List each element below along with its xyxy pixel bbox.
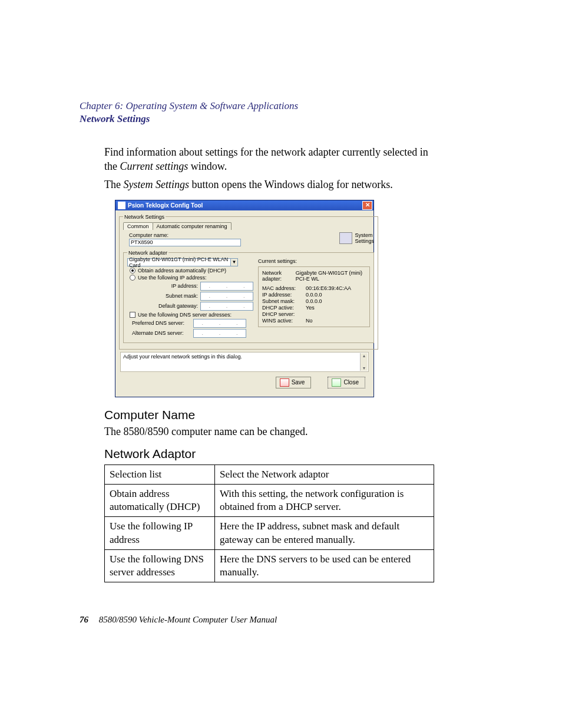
network-settings-group: Network Settings Common Automatic comput… xyxy=(119,214,378,350)
adapter-value: Gigabyte GN-WI01GT (mini) PCI-E WLAN Car… xyxy=(129,256,230,268)
settings-icon xyxy=(339,232,352,244)
ip-label: IP address: xyxy=(154,283,198,289)
group-legend: Network Settings xyxy=(123,214,166,220)
gateway-label: Default gateway: xyxy=(154,303,198,309)
computer-name-field[interactable] xyxy=(129,239,241,246)
table-cell: Select the Network adaptor xyxy=(215,465,434,485)
scroll-down-icon[interactable]: ▾ xyxy=(361,365,368,371)
dns-check-label: Use the following DNS server adresses: xyxy=(138,312,232,318)
section-heading: Network Settings xyxy=(80,113,494,125)
page-number: 76 xyxy=(80,615,88,624)
document-page: Chapter 6: Operating System & Software A… xyxy=(0,0,562,728)
table-cell: Here the DNS servers to be used can be e… xyxy=(215,549,434,582)
chevron-down-icon[interactable]: ▼ xyxy=(230,259,237,266)
close-button[interactable]: Close xyxy=(328,377,365,388)
radio-dhcp-label: Obtain address automatically (DHCP) xyxy=(138,268,226,274)
checkbox-icon xyxy=(130,312,135,318)
computer-name-label: Computer name: xyxy=(129,232,241,238)
radio-static[interactable]: Use the following IP address: xyxy=(130,275,253,281)
text: button opens the Windows dialog for netw… xyxy=(189,179,393,190)
gateway-field[interactable]: ... xyxy=(200,302,253,311)
manual-title: 8580/8590 Vehicle-Mount Computer User Ma… xyxy=(99,615,277,624)
computer-name-block: Computer name: xyxy=(129,232,241,246)
text-italic: Current settings xyxy=(120,160,189,172)
info-val: Yes xyxy=(306,305,315,311)
info-key: IP addresse: xyxy=(262,292,306,298)
scroll-up-icon[interactable]: ▴ xyxy=(361,353,368,358)
dialog-button-row: Save Close xyxy=(119,373,370,393)
table-cell: Use the following IP address xyxy=(105,517,215,549)
dns-checkbox-row[interactable]: Use the following DNS server adresses: xyxy=(130,312,253,318)
dialog-titlebar[interactable]: Psion Teklogix Config Tool ✕ xyxy=(115,200,373,210)
ip-fields: IP address:... Subnet mask:... Default g… xyxy=(154,282,253,311)
info-key: Subnet mask: xyxy=(262,298,306,304)
system-settings-label: System Settings xyxy=(355,232,374,244)
config-dialog: Psion Teklogix Config Tool ✕ Network Set… xyxy=(115,200,374,397)
info-val: 0.0.0.0 xyxy=(306,292,322,298)
computer-name-paragraph: The 8580/8590 computer name can be chang… xyxy=(104,424,434,439)
status-message-box: Adjust your relevant network settings in… xyxy=(120,352,369,372)
text: window. xyxy=(188,160,227,172)
current-settings-box: Network adapter:Gigabyte GN-WI01GT (mini… xyxy=(258,266,370,327)
close-label: Close xyxy=(343,379,359,386)
table-cell: Here the IP address, subnet mask and def… xyxy=(215,517,434,549)
system-settings-button[interactable]: System Settings xyxy=(339,232,374,244)
table-cell: Obtain address automatically (DHCP) xyxy=(105,485,215,517)
tab-auto-rename[interactable]: Automatic computer renaming xyxy=(153,222,232,230)
info-val: 0.0.0.0 xyxy=(306,298,322,304)
heading-computer-name: Computer Name xyxy=(104,408,494,422)
scrollbar[interactable]: ▴▾ xyxy=(360,353,368,371)
dns-pref-field[interactable]: ... xyxy=(193,319,246,328)
ip-address-field[interactable]: ... xyxy=(200,282,253,291)
save-icon xyxy=(280,378,289,387)
info-key: MAC address: xyxy=(262,285,306,291)
info-val: Gigabyte GN-WI01GT (mini) PCI-E WL xyxy=(296,270,366,282)
screenshot-figure: Psion Teklogix Config Tool ✕ Network Set… xyxy=(115,200,494,397)
table-cell: Selection list xyxy=(105,465,215,485)
info-key: WINS active: xyxy=(262,318,306,324)
table-row: Obtain address automatically (DHCP) With… xyxy=(105,485,434,517)
table-cell: With this setting, the network configura… xyxy=(215,485,434,517)
save-label: Save xyxy=(292,379,305,386)
app-icon xyxy=(118,202,125,209)
radio-static-label: Use the following IP address: xyxy=(138,275,206,281)
current-settings-col: Current settings: Network adapter:Gigaby… xyxy=(258,258,370,339)
info-val: No xyxy=(306,318,313,324)
chapter-heading: Chapter 6: Operating System & Software A… xyxy=(80,100,494,112)
tab-common[interactable]: Common xyxy=(123,222,153,230)
network-adapter-group: Network adapter Gigabyte GN-WI01GT (mini… xyxy=(123,250,374,343)
radio-icon xyxy=(130,268,135,274)
info-val: 00:16:E6:39:4C:AA xyxy=(306,285,351,291)
close-icon xyxy=(332,378,341,387)
table-row: Use the following DNS server addresses H… xyxy=(105,549,434,582)
status-text: Adjust your relevant network settings in… xyxy=(123,354,242,360)
adapter-legend: Network adapter xyxy=(127,250,168,256)
adapter-left-col: Gigabyte GN-WI01GT (mini) PCI-E WLAN Car… xyxy=(127,258,253,339)
radio-dhcp[interactable]: Obtain address automatically (DHCP) xyxy=(130,268,253,274)
heading-network-adaptor: Network Adaptor xyxy=(104,447,494,461)
dns-alt-field[interactable]: ... xyxy=(193,329,246,338)
tab-bar: Common Automatic computer renaming xyxy=(123,222,374,230)
info-key: DHCP server: xyxy=(262,311,306,317)
dns-alt-label: Alternate DNS server: xyxy=(132,330,191,336)
text-italic: System Settings xyxy=(123,179,189,190)
intro-paragraph-1: Find information about settings for the … xyxy=(104,145,434,174)
options-table: Selection list Select the Network adapto… xyxy=(104,465,434,582)
table-cell: Use the following DNS server addresses xyxy=(105,549,215,582)
info-key: DHCP active: xyxy=(262,305,306,311)
table-row: Selection list Select the Network adapto… xyxy=(105,465,434,485)
close-icon[interactable]: ✕ xyxy=(362,201,372,210)
subnet-mask-field[interactable]: ... xyxy=(200,292,253,301)
dialog-title: Psion Teklogix Config Tool xyxy=(128,202,203,209)
info-key: Network adapter: xyxy=(262,270,296,282)
intro-paragraph-2: The System Settings button opens the Win… xyxy=(104,177,434,192)
save-button[interactable]: Save xyxy=(276,377,312,388)
adapter-select[interactable]: Gigabyte GN-WI01GT (mini) PCI-E WLAN Car… xyxy=(127,258,238,266)
subnet-label: Subnet mask: xyxy=(154,293,198,299)
dns-fields: Preferred DNS server:... Alternate DNS s… xyxy=(132,319,253,338)
radio-icon xyxy=(130,275,135,281)
current-settings-heading: Current settings: xyxy=(258,258,370,264)
dns-pref-label: Preferred DNS server: xyxy=(132,320,191,326)
dialog-body: Network Settings Common Automatic comput… xyxy=(115,210,373,397)
text: The xyxy=(104,179,123,190)
